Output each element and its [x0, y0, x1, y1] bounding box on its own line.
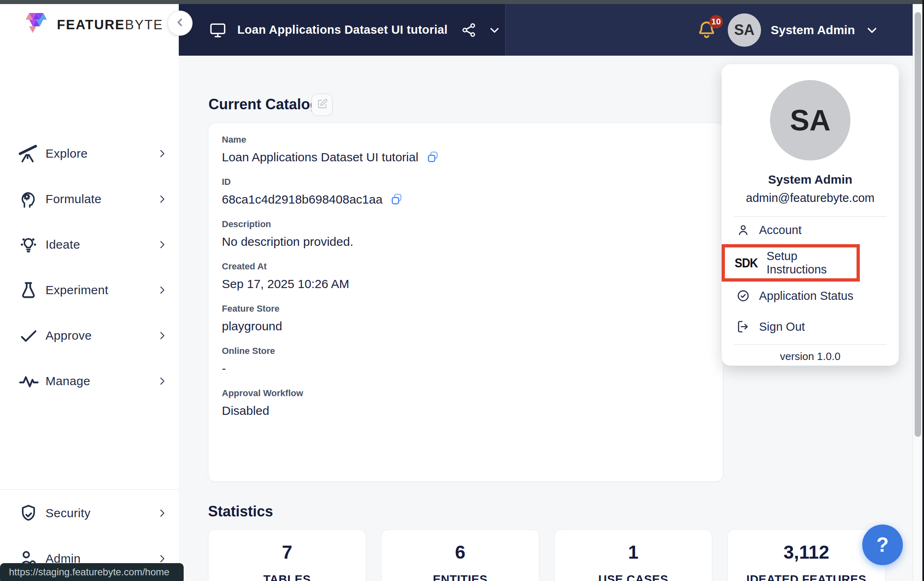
question-mark-icon: ?	[876, 533, 889, 557]
stat-label: USE CASES	[555, 573, 712, 581]
page-title: Current Catalog	[208, 96, 319, 113]
stat-card-ideated-features[interactable]: 3,112 IDEATED FEATURES	[727, 529, 885, 581]
user-name[interactable]: System Admin	[771, 23, 855, 37]
chevron-right-icon	[157, 239, 167, 250]
check-icon	[18, 325, 39, 346]
sidebar-footer-divider	[0, 489, 179, 490]
shield-check-icon	[18, 503, 39, 524]
chevron-right-icon	[157, 376, 167, 386]
monitor-icon	[209, 21, 227, 39]
sidebar-item-label: Approve	[46, 329, 92, 343]
stat-label: IDEATED FEATURES	[728, 573, 885, 581]
vertical-scrollbar[interactable]	[913, 4, 922, 581]
menu-item-sign-out[interactable]: Sign Out	[722, 313, 899, 340]
sidebar-item-experiment[interactable]: Experiment	[18, 277, 167, 303]
user-dropdown-menu: SA System Admin admin@featurebyte.com Ac…	[722, 64, 899, 366]
sidebar-item-approve[interactable]: Approve	[18, 323, 167, 348]
menu-divider	[734, 344, 887, 345]
field-id: ID 68ca1c4d2918b698408ac1aa	[222, 177, 723, 206]
field-feature-store: Feature Store playground	[222, 304, 723, 333]
user-menu-chevron-icon[interactable]	[865, 23, 879, 37]
menu-item-label: Setup Instructions	[767, 249, 857, 276]
user-menu-email: admin@featurebyte.com	[722, 191, 899, 205]
navbar-catalog-section: Loan Applications Dataset UI tutorial	[179, 4, 505, 56]
sidebar-item-label: Security	[46, 506, 91, 520]
stat-card-tables[interactable]: 7 TABLES	[208, 529, 366, 581]
telescope-icon	[18, 143, 39, 164]
sidebar-item-explore[interactable]: Explore	[18, 141, 167, 166]
stat-label: TABLES	[208, 573, 366, 581]
menu-item-account[interactable]: Account	[722, 217, 899, 243]
stat-value: 6	[382, 541, 539, 563]
top-navbar: Loan Applications Dataset UI tutorial	[179, 4, 924, 56]
app-version: version 1.0.0	[722, 350, 899, 363]
help-button[interactable]: ?	[862, 525, 903, 565]
catalog-title: Loan Applications Dataset UI tutorial	[237, 23, 448, 37]
window-right-edge	[922, 0, 924, 581]
menu-item-label: Sign Out	[759, 320, 805, 334]
statistics-heading: Statistics	[208, 503, 273, 520]
scrollbar-thumb[interactable]	[915, 12, 921, 437]
menu-item-sdk-setup-instructions[interactable]: SDK Setup Instructions	[722, 244, 860, 282]
notification-count-badge: 10	[709, 15, 723, 28]
featurebyte-logo: FEATUREBYTE	[25, 13, 163, 37]
menu-item-label: Application Status	[759, 289, 853, 303]
edit-catalog-button[interactable]	[311, 93, 333, 116]
field-name: Name Loan Applications Dataset UI tutori…	[222, 134, 723, 164]
chevron-right-icon	[157, 330, 167, 341]
chevron-right-icon	[157, 285, 167, 295]
featurebyte-logo-text: FEATUREBYTE	[57, 17, 163, 33]
field-value: 68ca1c4d2918b698408ac1aa	[222, 193, 382, 206]
field-value: playground	[222, 319, 723, 333]
user-avatar[interactable]: SA	[728, 13, 761, 47]
lightbulb-icon	[18, 234, 39, 255]
pencil-icon	[317, 98, 328, 111]
app-window: FEATUREBYTE Explore Formulate	[0, 0, 924, 581]
statistics-row: 7 TABLES 6 ENTITIES 1 USE CASES 3,112 ID…	[208, 529, 885, 581]
window-top-edge	[0, 0, 924, 4]
activity-icon	[18, 371, 39, 392]
copy-icon[interactable]	[390, 193, 403, 206]
status-bar-url: https://staging.featurebyte.com/home	[0, 563, 184, 581]
sidebar-collapse-button[interactable]	[167, 11, 193, 36]
chevron-left-icon	[174, 16, 186, 30]
field-value: -	[222, 362, 723, 375]
field-description: Description No description provided.	[222, 219, 723, 249]
sidebar-item-security[interactable]: Security	[18, 501, 167, 526]
notifications-button[interactable]: 10	[696, 18, 718, 42]
sidebar-item-formulate[interactable]: Formulate	[18, 186, 167, 212]
chevron-right-icon	[157, 508, 167, 518]
sidebar-item-manage[interactable]: Manage	[18, 369, 167, 394]
featurebyte-logo-icon	[25, 13, 51, 37]
stat-card-entities[interactable]: 6 ENTITIES	[381, 529, 539, 581]
person-icon	[736, 223, 750, 237]
check-circle-icon	[736, 289, 750, 303]
copy-icon[interactable]	[426, 150, 440, 164]
field-value: Disabled	[222, 404, 723, 418]
field-label: Description	[222, 219, 723, 230]
catalog-details-card: Name Loan Applications Dataset UI tutori…	[208, 123, 723, 482]
field-value: Loan Applications Dataset UI tutorial	[222, 150, 419, 164]
sign-out-icon	[736, 320, 750, 334]
field-label: Approval Workflow	[222, 388, 723, 399]
stat-value: 3,112	[728, 541, 885, 563]
stat-label: ENTITIES	[382, 573, 539, 581]
field-label: Online Store	[222, 346, 723, 356]
sidebar-item-ideate[interactable]: Ideate	[18, 232, 167, 257]
field-label: Created At	[222, 261, 723, 272]
avatar: SA	[770, 80, 850, 160]
navbar-user-section: 10 SA System Admin	[505, 4, 924, 56]
flask-icon	[18, 280, 39, 301]
field-label: Name	[222, 134, 723, 145]
field-approval-workflow: Approval Workflow Disabled	[222, 388, 723, 418]
menu-item-label: Account	[759, 223, 802, 237]
field-created-at: Created At Sep 17, 2025 10:26 AM	[222, 261, 723, 291]
sidebar-item-label: Explore	[46, 147, 88, 160]
menu-item-application-status[interactable]: Application Status	[722, 282, 899, 309]
stat-value: 7	[208, 541, 366, 563]
field-online-store: Online Store -	[222, 346, 723, 375]
field-label: Feature Store	[222, 304, 723, 314]
catalog-dropdown-chevron-icon[interactable]	[488, 23, 501, 37]
stat-card-use-cases[interactable]: 1 USE CASES	[554, 529, 712, 581]
share-icon[interactable]	[461, 22, 477, 38]
